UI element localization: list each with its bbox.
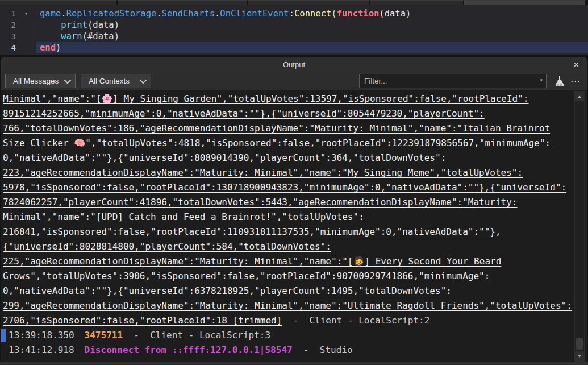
dock-divider [0,362,588,365]
code-text: print(data) [36,19,588,31]
line-number: 1 [0,8,16,19]
log-entry[interactable]: 13:39:18.3503475711 - Client - LocalScri… [1,328,587,343]
output-title: Output [283,60,305,69]
log-message-text: 766,"totalDownVotes":186,"ageRecommendat… [3,123,550,134]
editor-tab-stub[interactable] [118,0,248,5]
fold-arrow-icon[interactable]: ▾ [16,8,36,19]
fold-spacer [16,31,36,42]
log-message-text: 89151214252665,"minimumAge":0,"nativeAdD… [3,108,485,119]
log-message-text: {"universeId":8028814800,"playerCount":5… [3,241,331,252]
editor-tab-stub-active[interactable] [464,0,586,5]
output-scrollbar[interactable]: ▲ ▼ [574,91,585,362]
close-icon[interactable]: × [570,57,582,72]
code-line[interactable]: 2 print(data) [0,19,588,31]
code-lines: 1▾game.ReplicatedStorage.SendCharts.OnCl… [0,8,588,53]
code-text: game.ReplicatedStorage.SendCharts.OnClie… [36,8,588,19]
log-entry[interactable]: 13:41:12.918Disconnect from ::ffff:127.0… [1,343,587,358]
output-titlebar[interactable]: Output × [1,57,587,72]
log-timestamp: 13:39:18.350 [9,330,74,341]
fold-spacer [16,19,36,31]
filter-input[interactable] [359,74,547,88]
log-message-line[interactable]: 7824062257,"playerCount":41896,"totalDow… [1,195,587,210]
filter-dropdown-icon[interactable]: ▾ [540,77,543,83]
editor-tab-stub[interactable] [248,0,370,5]
log-message-line[interactable]: Grows","totalUpVotes":3906,"isSponsored"… [1,269,587,284]
log-message-line[interactable]: 299,"ageRecommendationDisplayName":"Matu… [1,298,587,313]
editor-tab-stub[interactable] [0,0,118,5]
scroll-down-icon[interactable]: ▼ [575,351,584,361]
log-message-line[interactable]: 225,"ageRecommendationDisplayName":"Matu… [1,254,587,269]
contexts-filter-label: All Contexts [89,77,130,85]
scroll-up-icon[interactable]: ▲ [575,92,584,101]
log-message-text: 2706,"isSponsored":false,"rootPlaceId":1… [3,315,282,326]
log-message-line[interactable]: 0,"nativeAdData":""},{"universeId":63782… [1,284,587,298]
line-number: 4 [0,42,16,53]
output-toolbar: All Messages All Contexts ▾ ⋯ [1,72,587,90]
log-message-text: 5978,"isSponsored":false,"rootPlaceId":1… [3,182,566,193]
log-entry-source: - Client - LocalScript:3 [123,330,270,341]
chevron-down-icon [140,77,147,84]
contexts-filter-dropdown[interactable]: All Contexts [81,74,151,88]
scrollbar-thumb[interactable] [576,338,583,350]
log-message-text: Size Clicker 🧠","totalUpVotes":4818,"isS… [3,138,551,148]
messages-filter-label: All Messages [13,77,59,85]
broom-icon [553,75,566,88]
fold-spacer [16,42,36,53]
log-message-text: Grows","totalUpVotes":3906,"isSponsored"… [3,271,490,281]
log-message-line[interactable]: 2706,"isSponsored":false,"rootPlaceId":1… [1,313,587,328]
code-line[interactable]: 1▾game.ReplicatedStorage.SendCharts.OnCl… [0,8,588,19]
selected-line-marker [1,329,6,342]
output-log: Minimal","name":"[🌸] My Singing Garden",… [1,90,587,362]
log-message-text: 0,"nativeAdData":""},{"universeId":63782… [3,285,452,296]
log-message-text: 299,"ageRecommendationDisplayName":"Matu… [3,300,572,311]
code-text: end) [36,42,588,53]
code-line[interactable]: 4end) [0,42,588,53]
log-message-line[interactable]: Minimal","name":"[UPD] Catch and Feed a … [1,210,587,225]
line-number: 3 [0,31,16,42]
log-lines: Minimal","name":"[🌸] My Singing Garden",… [1,92,587,358]
log-entry-text: Disconnect from ::ffff:127.0.0.1|58547 [85,345,293,355]
script-editor[interactable]: 1▾game.ReplicatedStorage.SendCharts.OnCl… [0,5,588,55]
roblox-studio-screen: 1▾game.ReplicatedStorage.SendCharts.OnCl… [0,0,588,365]
log-message-line[interactable]: 5978,"isSponsored":false,"rootPlaceId":1… [1,180,587,195]
log-message-line[interactable]: 89151214252665,"minimumAge":0,"nativeAdD… [1,106,587,121]
messages-filter-dropdown[interactable]: All Messages [5,74,76,88]
log-message-source: - Client - LocalScript:2 [282,315,429,326]
code-text: warn(#data) [36,31,588,42]
log-message-text: 0,"nativeAdData":""},{"universeId":80890… [3,152,446,163]
log-entry-text: 3475711 [85,330,123,341]
clear-output-button[interactable] [551,74,568,89]
filter-field-wrap: ▾ [359,74,547,88]
log-message-text: 225,"ageRecommendationDisplayName":"Matu… [3,256,501,267]
log-message-line[interactable]: 216841,"isSponsored":false,"rootPlaceId"… [1,225,587,239]
log-message-line[interactable]: 766,"totalDownVotes":186,"ageRecommendat… [1,121,587,136]
code-line[interactable]: 3 warn(#data) [0,31,588,42]
log-message-text: 223,"ageRecommendationDisplayName":"Matu… [3,167,523,178]
output-panel: Output × All Messages All Contexts ▾ [1,57,587,362]
editor-tab-stub[interactable] [370,0,464,5]
log-message-text: Minimal","name":"[🌸] My Singing Garden",… [3,93,528,104]
document-tab-strip [0,0,588,5]
log-message-text: 7824062257,"playerCount":41896,"totalDow… [3,197,517,208]
indent-guide [36,20,36,41]
log-message-line[interactable]: Minimal","name":"[🌸] My Singing Garden",… [1,92,587,106]
log-message-line[interactable]: Size Clicker 🧠","totalUpVotes":4818,"isS… [1,136,587,151]
log-message-text: Minimal","name":"[UPD] Catch and Feed a … [3,211,364,222]
log-message-text: 216841,"isSponsored":false,"rootPlaceId"… [3,226,501,237]
log-message-line[interactable]: 0,"nativeAdData":""},{"universeId":80890… [1,151,587,165]
log-entry-source: - Studio [293,345,353,355]
more-options-icon[interactable]: ⋯ [568,74,583,89]
line-number: 2 [0,19,16,31]
chevron-down-icon [64,77,72,84]
log-message-line[interactable]: {"universeId":8028814800,"playerCount":5… [1,239,587,254]
log-message-line[interactable]: 223,"ageRecommendationDisplayName":"Matu… [1,165,587,180]
log-timestamp: 13:41:12.918 [9,345,74,355]
